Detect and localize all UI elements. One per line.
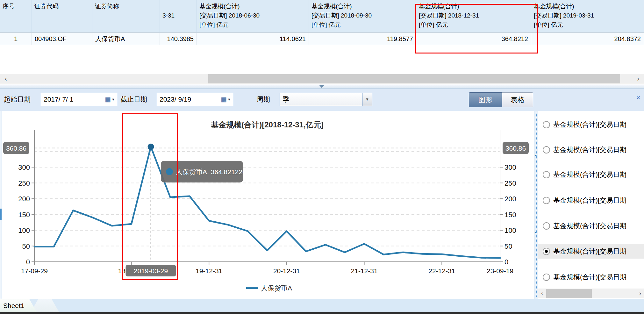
indicator-radio-option[interactable]: 基金规模(合计)[交易日期 — [538, 244, 644, 259]
chevron-down-icon[interactable]: ▼ — [362, 93, 372, 106]
x-tick-label: 17-09-29 — [21, 267, 48, 275]
data-point-marker[interactable] — [148, 144, 154, 150]
x-tick-label: 21-12-31 — [351, 267, 378, 275]
radio-icon[interactable] — [543, 248, 550, 255]
chart-title: 基金规模(合计)[2018-12-31,亿元] — [211, 120, 323, 129]
radio-icon[interactable] — [543, 146, 550, 153]
y-tick-label: 200 — [18, 195, 30, 203]
chevron-down-icon[interactable]: ▼ — [111, 97, 115, 101]
close-icon[interactable]: ✕ — [635, 95, 642, 102]
scroll-right-icon[interactable]: › — [634, 74, 643, 84]
x-tick-label: 20-12-31 — [273, 267, 300, 275]
column-header[interactable]: 3-31 — [160, 0, 197, 33]
column-header[interactable]: 序号 — [0, 0, 32, 33]
indicator-radio-option[interactable]: 基金规模(合计)[交易日期 — [538, 218, 644, 233]
chart-controls-bar: 起始日期 2017/ 7/ 1 ▦ ▼ 截止日期 2023/ 9/19 ▦ ▼ … — [0, 89, 644, 111]
indicator-radio-option[interactable]: 基金规模(合计)[交易日期 — [538, 270, 644, 284]
window-bottom-edge — [0, 312, 644, 314]
splitter-arrow-icon[interactable]: ▸ — [535, 230, 537, 234]
table-cell[interactable]: 人保货币A — [92, 33, 160, 45]
table-cell[interactable]: 114.0621 — [197, 33, 309, 45]
x-tick-label: 22-12-31 — [428, 267, 455, 275]
period-select[interactable]: 季 ▼ — [280, 93, 372, 106]
table-cell[interactable]: 204.8372 — [531, 33, 644, 45]
radio-label: 基金规模(合计)[交易日期 — [553, 120, 626, 129]
scrollbar-thumb[interactable] — [546, 289, 592, 298]
chevron-down-icon[interactable]: ▼ — [227, 97, 231, 101]
radio-icon[interactable] — [543, 222, 550, 230]
indicator-radio-option[interactable]: 基金规模(合计)[交易日期 — [538, 117, 644, 132]
column-header[interactable]: 基金规模(合计)[交易日期] 2018-12-31[单位] 亿元 — [416, 0, 531, 33]
column-header[interactable]: 基金规模(合计)[交易日期] 2019-03-31[单位] 亿元 — [531, 0, 644, 33]
start-date-label: 起始日期 — [4, 95, 31, 104]
y-tick-label: 0 — [504, 258, 508, 266]
sheet-tab-bar: Sheet1 — [0, 299, 644, 312]
radio-label: 基金规模(合计)[交易日期 — [553, 221, 626, 230]
pane-splitter[interactable] — [0, 84, 644, 89]
radio-icon[interactable] — [543, 171, 550, 178]
app-window: 序号证券代码证券简称 3-31基金规模(合计)[交易日期] 2018-06-30… — [0, 0, 644, 314]
column-header[interactable]: 基金规模(合计)[交易日期] 2018-06-30[单位] 亿元 — [197, 0, 309, 33]
panel-splitter[interactable]: ▸ ▸ — [534, 111, 538, 299]
radio-icon[interactable] — [543, 197, 550, 204]
legend-label[interactable]: 人保货币A — [261, 284, 292, 292]
scroll-left-icon[interactable]: ‹ — [538, 289, 546, 298]
period-value[interactable]: 季 — [283, 95, 289, 104]
column-header[interactable]: 证券简称 — [92, 0, 160, 33]
y-tick-label: 100 — [18, 226, 30, 234]
radio-icon[interactable] — [543, 274, 550, 281]
panel-horizontal-scrollbar[interactable]: ‹ › — [538, 289, 644, 298]
table-horizontal-scrollbar[interactable]: ‹ › — [0, 74, 644, 84]
period-label: 周期 — [257, 95, 270, 104]
chart-view-button[interactable]: 图形 — [469, 92, 502, 107]
table-cell[interactable]: 364.8212 — [416, 33, 531, 45]
calendar-icon[interactable]: ▦ — [221, 96, 227, 103]
scrollbar-thumb[interactable] — [208, 74, 620, 83]
radio-icon[interactable] — [543, 121, 550, 128]
radio-label: 基金规模(合计)[交易日期 — [553, 247, 626, 256]
scrollbar-thumb[interactable] — [0, 209, 2, 220]
radio-label: 基金规模(合计)[交易日期 — [553, 170, 626, 179]
column-header[interactable]: 证券代码 — [32, 0, 92, 33]
table-cell[interactable]: 140.3985 — [160, 33, 197, 45]
y-tick-label: 150 — [18, 211, 30, 219]
table-cell[interactable]: 004903.OF — [32, 33, 92, 45]
end-date-label: 截止日期 — [120, 95, 147, 104]
y-tick-label: 50 — [22, 242, 30, 250]
table-header-row: 序号证券代码证券简称 3-31基金规模(合计)[交易日期] 2018-06-30… — [0, 0, 644, 33]
y-pointer-badge-label: 360.86 — [6, 145, 26, 152]
scroll-left-icon[interactable]: ‹ — [1, 74, 10, 84]
start-date-input[interactable]: 2017/ 7/ 1 ▦ ▼ — [41, 93, 117, 106]
series-line[interactable] — [34, 147, 500, 258]
calendar-icon[interactable]: ▦ — [105, 96, 111, 103]
y-tick-label: 200 — [504, 195, 516, 203]
fund-table: 序号证券代码证券简称 3-31基金规模(合计)[交易日期] 2018-06-30… — [0, 0, 644, 74]
table-cell[interactable]: 119.8577 — [309, 33, 416, 45]
column-header[interactable]: 基金规模(合计)[交易日期] 2018-09-30[单位] 亿元 — [309, 0, 416, 33]
line-chart[interactable]: 00505010010015015020020025025030030017-0… — [0, 111, 534, 299]
collapse-icon[interactable] — [319, 85, 324, 88]
splitter-arrow-icon[interactable]: ▸ — [535, 153, 537, 157]
indicator-radio-option[interactable]: 基金规模(合计)[交易日期 — [538, 167, 644, 182]
x-tick-label: 23-09-19 — [487, 267, 513, 275]
table-view-button[interactable]: 表格 — [502, 92, 533, 107]
indicator-radio-option[interactable]: 基金规模(合计)[交易日期 — [538, 193, 644, 208]
y-tick-label: 300 — [504, 163, 516, 171]
splitter-dots — [536, 113, 537, 297]
table-row: 1004903.OF人保货币A140.3985114.0621119.85773… — [0, 33, 644, 45]
scroll-right-icon[interactable]: › — [636, 289, 644, 298]
y-tick-label: 250 — [18, 179, 30, 187]
indicator-options-panel: 基金规模(合计)[交易日期基金规模(合计)[交易日期基金规模(合计)[交易日期基… — [538, 111, 644, 299]
y-pointer-badge-label: 360.86 — [505, 145, 526, 152]
left-scrollbar[interactable] — [0, 111, 2, 299]
table-cell[interactable]: 1 — [0, 33, 32, 45]
start-date-value[interactable]: 2017/ 7/ 1 — [44, 96, 105, 103]
end-date-value[interactable]: 2023/ 9/19 — [160, 96, 221, 103]
y-tick-label: 100 — [504, 226, 516, 234]
tooltip-text: 人保货币A: 364.8212266777 — [176, 168, 261, 175]
indicator-radio-option[interactable]: 基金规模(合计)[交易日期 — [538, 142, 644, 157]
end-date-input[interactable]: 2023/ 9/19 ▦ ▼ — [157, 93, 233, 106]
sheet-tab[interactable]: Sheet1 — [0, 299, 37, 312]
chart-panel: 00505010010015015020020025025030030017-0… — [0, 111, 534, 299]
y-tick-label: 250 — [504, 179, 516, 187]
